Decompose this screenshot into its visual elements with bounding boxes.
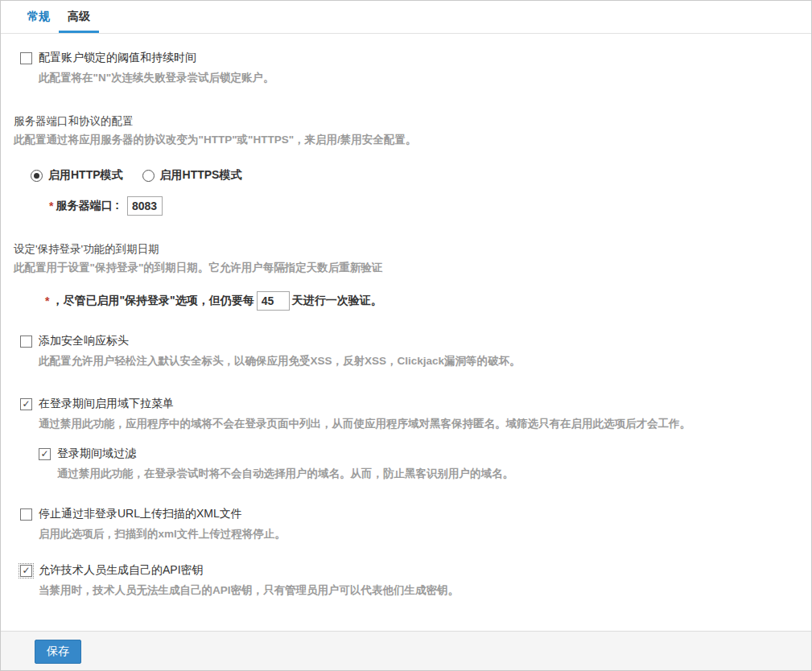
domain-dropdown-description: 通过禁用此功能，应用程序中的域将不会在登录页面中列出，从而使应用程序域对黑客保持…	[1, 417, 811, 431]
security-headers-checkbox[interactable]	[20, 336, 32, 348]
domain-filter-label: 登录期间域过滤	[57, 447, 136, 461]
xml-upload-row: 停止通过非登录URL上传扫描的XML文件	[1, 507, 811, 521]
footer-bar: 保存	[1, 631, 811, 670]
account-lockout-label: 配置账户锁定的阈值和持续时间	[39, 51, 196, 65]
xml-upload-checkbox[interactable]	[20, 508, 32, 521]
http-mode-radio[interactable]	[31, 170, 43, 182]
https-mode-radio[interactable]	[142, 170, 155, 182]
keep-login-section-title: 设定'保持登录'功能的到期日期	[1, 242, 811, 257]
domain-filter-description: 通过禁用此功能，在登录尝试时将不会自动选择用户的域名。从而，防止黑客识别用户的域…	[1, 467, 811, 481]
domain-dropdown-checkbox[interactable]	[20, 398, 32, 410]
save-button[interactable]: 保存	[35, 640, 81, 664]
keep-login-line-prefix: ，尽管已启用"保持登录"选项，但仍要每	[52, 294, 253, 308]
server-section-description: 此配置通过将应用服务器的协议改变为"HTTP"或"HTTPS"，来启用/禁用安全…	[1, 133, 811, 147]
domain-filter-row: 登录期间域过滤	[1, 447, 811, 461]
security-headers-row: 添加安全响应标头	[1, 334, 811, 348]
domain-dropdown-row: 在登录期间启用域下拉菜单	[1, 397, 811, 411]
required-asterisk: *	[45, 294, 49, 307]
server-port-label: 服务器端口 :	[56, 199, 119, 213]
api-key-row: 允许技术人员生成自己的API密钥	[1, 563, 811, 578]
security-headers-description: 此配置允许用户轻松注入默认安全标头，以确保应用免受XSS，反射XSS，Click…	[1, 354, 811, 368]
domain-dropdown-label: 在登录期间启用域下拉菜单	[39, 397, 174, 411]
domain-filter-checkbox[interactable]	[39, 448, 51, 460]
api-key-checkbox[interactable]	[20, 565, 32, 577]
xml-upload-description: 启用此选项后，扫描到的xml文件上传过程将停止。	[1, 527, 811, 541]
http-mode-label: 启用HTTP模式	[48, 168, 123, 183]
keep-login-days-input[interactable]	[257, 291, 290, 311]
keep-login-section-description: 此配置用于设置"保持登录"的到期日期。它允许用户每隔指定天数后重新验证	[1, 261, 811, 275]
advanced-settings-page: 常规 高级 配置账户锁定的阈值和持续时间 此配置将在"N"次连续失败登录尝试后锁…	[0, 0, 812, 671]
security-headers-label: 添加安全响应标头	[39, 334, 129, 348]
https-mode-label: 启用HTTPS模式	[160, 168, 242, 183]
keep-login-line-suffix: 天进行一次验证。	[292, 294, 382, 308]
required-asterisk: *	[49, 200, 53, 212]
server-port-row: * 服务器端口 :	[1, 196, 811, 216]
tab-general[interactable]: 常规	[19, 1, 59, 33]
api-key-label: 允许技术人员生成自己的API密钥	[39, 563, 204, 578]
tab-advanced[interactable]: 高级	[59, 1, 99, 33]
server-port-input[interactable]	[127, 196, 163, 216]
tab-bar: 常规 高级	[1, 1, 811, 34]
server-section-title: 服务器端口和协议的配置	[1, 114, 811, 129]
api-key-description: 当禁用时，技术人员无法生成自己的API密钥，只有管理员用户可以代表他们生成密钥。	[1, 583, 811, 598]
xml-upload-label: 停止通过非登录URL上传扫描的XML文件	[39, 507, 242, 521]
account-lockout-row: 配置账户锁定的阈值和持续时间	[1, 51, 811, 65]
account-lockout-description: 此配置将在"N"次连续失败登录尝试后锁定账户。	[1, 71, 811, 85]
account-lockout-checkbox[interactable]	[20, 52, 32, 64]
protocol-radio-row: 启用HTTP模式 启用HTTPS模式	[1, 168, 811, 183]
keep-login-days-row: * ，尽管已启用"保持登录"选项，但仍要每 天进行一次验证。	[1, 291, 811, 311]
